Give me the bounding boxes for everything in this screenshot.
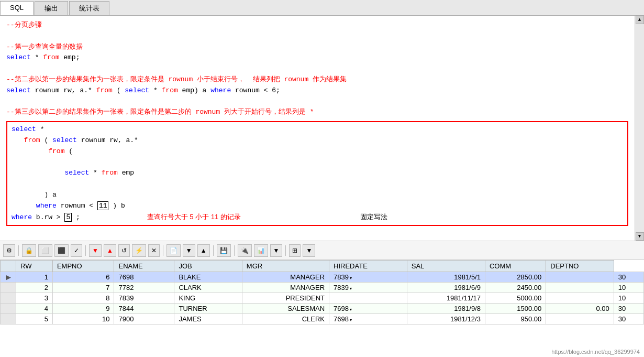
toolbar-sep-5 [234, 245, 235, 256]
toolbar-paste-btn[interactable]: ⬛ [54, 244, 69, 257]
toolbar-page-btn[interactable]: 📄 [166, 244, 181, 257]
toolbar-execute-btn[interactable]: ⚡ [132, 244, 146, 257]
toolbar-sep-2 [85, 245, 86, 256]
comment-line-1: --分页步骤 [6, 20, 628, 31]
kw-from-3: from [162, 86, 178, 94]
toolbar-down-btn[interactable]: ▼ [89, 244, 102, 257]
tab-sql[interactable]: SQL [0, 1, 34, 15]
comment-line-2: --第一步查询全量的数据 [6, 42, 628, 53]
table-row[interactable]: 5107900JAMESCLERK7698▾1981/12/3950.0030 [1, 314, 644, 324]
toolbar-up-btn[interactable]: ▲ [104, 244, 116, 257]
tab-bar: SQL 输出 统计表 [0, 0, 644, 16]
toolbar-grid-btn[interactable]: ⊞ [289, 244, 301, 257]
table-cell: 10 [52, 314, 114, 324]
table-cell: KING [174, 293, 242, 304]
table-cell [329, 293, 407, 304]
table-cell [546, 314, 614, 324]
hl-line-blank [12, 157, 623, 168]
kw-where-1: where [210, 86, 231, 94]
table-cell [546, 283, 614, 293]
table-cell: 1500.00 [485, 304, 546, 314]
scroll-up-btn[interactable]: ▲ [636, 16, 644, 24]
kw-from-2: from [96, 86, 113, 94]
hl-text-10: b.rw > [36, 213, 65, 221]
table-cell: 30 [614, 304, 643, 314]
tab-stats[interactable]: 统计表 [69, 1, 109, 15]
hl-line-3: from ( [12, 146, 623, 157]
scroll-down-btn[interactable]: ▼ [636, 232, 644, 241]
toolbar-grid-down-btn[interactable]: ▼ [303, 244, 315, 257]
toolbar-page-down-btn[interactable]: ▼ [183, 244, 195, 257]
toolbar-sep-4 [213, 245, 214, 256]
table-cell: CLARK [174, 283, 242, 293]
hl-line-7: where b.rw > 5 ; 查询行号大于 5 小于 11 的记录 固定写法 [12, 212, 623, 223]
col-header-ename[interactable]: ENAME [114, 261, 174, 272]
kw-from-1: from [43, 53, 59, 61]
table-cell: BLAKE [174, 272, 242, 283]
table-row[interactable]: 277782CLARKMANAGER7839▾1981/6/92450.0010 [1, 283, 644, 293]
table-cell: 30 [614, 314, 643, 324]
table-cell: 1981/11/17 [407, 293, 485, 304]
toolbar-sep-3 [163, 245, 163, 256]
toolbar-lock-btn[interactable]: 🔒 [22, 244, 36, 257]
col-header-empno[interactable]: EMPNO [52, 261, 114, 272]
table-cell: 6 [52, 272, 114, 283]
toolbar-refresh-btn[interactable]: ↺ [118, 244, 130, 257]
hl-text-11: ; [76, 213, 80, 221]
toolbar-settings-btn[interactable]: ⚙ [3, 244, 15, 257]
table-row[interactable]: 497844TURNERSALESMAN7698▾1981/9/81500.00… [1, 304, 644, 314]
col-header-comm[interactable]: COMM [485, 261, 546, 272]
col-header-rw[interactable]: RW [16, 261, 53, 272]
hl-text-3: rownum rw, a.* [81, 136, 138, 144]
kw-where-2: where [36, 202, 57, 210]
col-header-deptno[interactable]: DEPTNO [546, 261, 614, 272]
num-5: 5 [64, 213, 72, 222]
table-row[interactable]: ▶167698BLAKEMANAGER7839▾1981/5/12850.003… [1, 272, 644, 283]
code-text-5: * [153, 86, 162, 94]
editor-content[interactable]: --分页步骤 --第一步查询全量的数据 select * from emp; -… [0, 16, 644, 241]
tab-output[interactable]: 输出 [35, 1, 68, 15]
toolbar-save-btn[interactable]: 💾 [217, 244, 231, 257]
table-cell [546, 272, 614, 283]
annotation-center: 查询行号大于 5 小于 11 的记录 [147, 213, 241, 221]
kw-from-6: from [102, 169, 118, 177]
kw-where-3: where [12, 213, 32, 221]
table-cell: 7698▾ [329, 314, 407, 324]
toolbar-sep-1 [18, 245, 19, 256]
col-header-indicator [1, 261, 16, 272]
col-header-hiredate[interactable]: HIREDATE [329, 261, 407, 272]
toolbar-copy-btn[interactable]: ⬜ [38, 244, 52, 257]
table-row[interactable]: 387839KINGPRESIDENT1981/11/175000.0010 [1, 293, 644, 304]
table-cell: 1981/5/1 [407, 272, 485, 283]
table-cell: 2850.00 [485, 272, 546, 283]
row-indicator [1, 314, 16, 324]
hl-text-6: emp [122, 169, 134, 177]
toolbar-chart-btn[interactable]: 📊 [254, 244, 268, 257]
kw-select-1: select [6, 53, 31, 61]
toolbar-connect-btn[interactable]: 🔌 [238, 244, 252, 257]
table-cell: 1 [16, 272, 53, 283]
col-header-sal[interactable]: SAL [407, 261, 485, 272]
toolbar-cancel-btn[interactable]: ✕ [148, 244, 160, 257]
editor-area: --分页步骤 --第一步查询全量的数据 select * from emp; -… [0, 16, 644, 241]
col-header-mgr[interactable]: MGR [242, 261, 329, 272]
kw-select-6: select [64, 169, 89, 177]
code-text-1: * [35, 53, 43, 61]
hl-text-4: ( [69, 147, 73, 155]
hl-indent-4 [12, 202, 32, 210]
table-cell: 30 [614, 272, 643, 283]
table-cell: 7844 [114, 304, 174, 314]
toolbar-check-btn[interactable]: ✓ [71, 244, 82, 257]
toolbar-page-up-btn[interactable]: ▲ [197, 244, 210, 257]
hl-indent-1 [12, 136, 20, 144]
col-header-job[interactable]: JOB [174, 261, 242, 272]
table-cell [546, 293, 614, 304]
table-cell: 5000.00 [485, 293, 546, 304]
table-cell: 950.00 [485, 314, 546, 324]
hl-text-9: ) b [113, 202, 125, 210]
table-cell: 7839▾ [329, 283, 407, 293]
kw-from-4: from [24, 136, 40, 144]
toolbar-chart-down-btn[interactable]: ▼ [270, 244, 283, 257]
table-cell: 8 [52, 293, 114, 304]
table-cell: 7782 [114, 283, 174, 293]
